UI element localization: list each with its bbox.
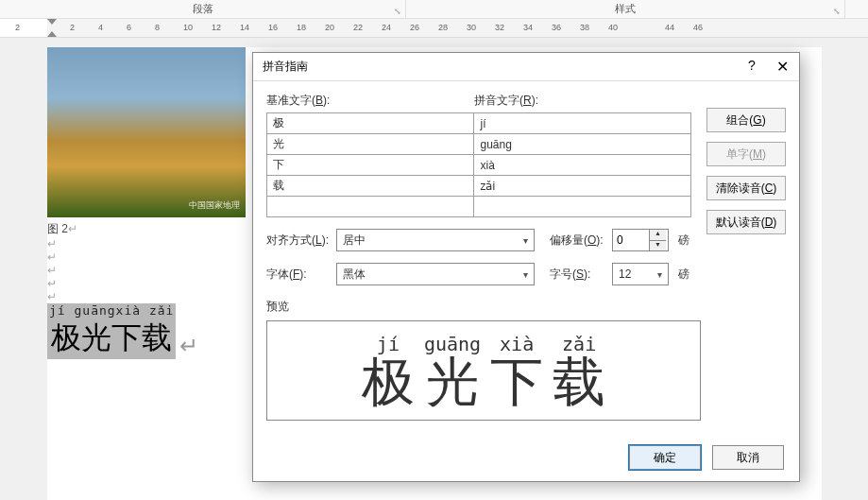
- chevron-down-icon: ▾: [523, 269, 528, 280]
- single-button[interactable]: 单字(M): [706, 142, 786, 166]
- dialog-launcher-icon[interactable]: ⤡: [833, 7, 842, 16]
- font-value: 黑体: [343, 267, 366, 283]
- ruler-tick: 20: [325, 23, 334, 32]
- ruler-tick: 46: [693, 23, 703, 32]
- base-text-cell[interactable]: 光: [267, 134, 474, 155]
- ruler-tick: 4: [98, 23, 103, 32]
- alignment-label: 对齐方式(L):: [266, 233, 331, 249]
- offset-input[interactable]: [613, 230, 649, 250]
- first-line-indent-marker[interactable]: [47, 19, 57, 25]
- base-text-cell[interactable]: 下: [267, 155, 474, 176]
- size-combo[interactable]: 12 ▾: [612, 263, 669, 285]
- horizontal-ruler[interactable]: 2 2 4 6 8 10 12 14 16 18 20 22 24 26 28 …: [0, 19, 868, 38]
- default-reading-button[interactable]: 默认读音(D): [706, 210, 786, 234]
- table-row: 下xià: [267, 155, 691, 176]
- dialog-titlebar[interactable]: 拼音指南 ? ✕: [253, 53, 799, 81]
- ribbon-group-styles: 样式 ⤡: [406, 0, 845, 18]
- ruler-tick: 18: [297, 23, 306, 32]
- ruler-tick: 2: [70, 23, 75, 32]
- image-caption: 图 2: [47, 222, 68, 235]
- ribbon-group-label: 段落: [193, 2, 213, 16]
- help-button[interactable]: ?: [742, 58, 761, 73]
- ruler-tick: 6: [127, 23, 131, 32]
- ruby-text-cell[interactable]: xià: [474, 155, 691, 176]
- ruler-tick: 2: [15, 23, 20, 32]
- table-row: 光guāng: [267, 134, 691, 155]
- preview-char: guāng光: [424, 333, 481, 408]
- font-label: 字体(F):: [266, 267, 331, 283]
- table-row: 极jí: [267, 113, 691, 134]
- base-text-header: 基准文字(B):: [266, 93, 474, 109]
- ruler-tick: 34: [523, 23, 533, 32]
- spin-down-icon[interactable]: ▼: [650, 241, 666, 251]
- base-text-cell[interactable]: [267, 197, 474, 217]
- font-combo[interactable]: 黑体 ▾: [336, 263, 535, 285]
- dialog-launcher-icon[interactable]: ⤡: [394, 7, 403, 16]
- base-text-cell[interactable]: 载: [267, 176, 474, 197]
- ribbon-group-paragraph: 段落 ⤡: [0, 0, 406, 18]
- ribbon-group-label: 样式: [615, 2, 636, 16]
- ruler-tick: 40: [608, 23, 618, 32]
- close-button[interactable]: ✕: [773, 58, 791, 76]
- ribbon-group-row: 段落 ⤡ 样式 ⤡: [0, 0, 868, 19]
- ruler-tick: 22: [353, 23, 363, 32]
- phonetic-guide-dialog: 拼音指南 ? ✕ 基准文字(B): 拼音文字(R): 极jí 光guāng 下x…: [252, 52, 800, 482]
- ruler-tick: 28: [438, 23, 448, 32]
- alignment-value: 居中: [343, 233, 366, 249]
- preview-char: xià下: [490, 333, 543, 408]
- offset-unit: 磅: [678, 233, 689, 249]
- table-row: [267, 197, 691, 217]
- offset-label: 偏移量(O):: [550, 233, 606, 249]
- combine-button[interactable]: 组合(G): [706, 108, 786, 132]
- ruler-tick: 26: [410, 23, 419, 32]
- paragraph-mark-icon: ↵: [179, 333, 198, 359]
- ok-button[interactable]: 确定: [629, 445, 701, 470]
- clear-reading-button[interactable]: 清除读音(C): [706, 176, 786, 200]
- ruler-tick: 32: [495, 23, 504, 32]
- preview-box: jí极 guāng光 xià下 zǎi载: [266, 320, 701, 421]
- image-watermark: 中国国家地理: [189, 199, 240, 212]
- ruby-text-cell[interactable]: jí: [474, 113, 691, 134]
- size-value: 12: [619, 267, 631, 281]
- alignment-combo[interactable]: 居中 ▾: [336, 229, 535, 251]
- ruby-reading: jí guāngxià zǎi: [47, 303, 176, 318]
- ruler-tick: 36: [552, 23, 561, 32]
- ruler-tick: 38: [580, 23, 589, 32]
- cancel-button[interactable]: 取消: [712, 445, 784, 470]
- ruler-tick: 30: [467, 23, 476, 32]
- preview-char: jí极: [362, 333, 415, 408]
- selected-ruby-text[interactable]: jí guāngxià zǎi 极光下载: [47, 303, 176, 359]
- preview-label: 预览: [266, 299, 786, 315]
- base-text-cell[interactable]: 极: [267, 113, 474, 134]
- ruby-base: 极光下载: [49, 318, 174, 359]
- hanging-indent-marker[interactable]: [47, 31, 57, 37]
- ruler-tick: 44: [665, 23, 674, 32]
- document-image[interactable]: 中国国家地理: [47, 47, 246, 217]
- dialog-title: 拼音指南: [263, 59, 308, 75]
- preview-char: zǎi载: [553, 333, 605, 408]
- ruby-text-cell[interactable]: zǎi: [474, 176, 691, 197]
- paragraph-mark-icon: ↵: [68, 222, 77, 235]
- chevron-down-icon: ▾: [523, 235, 528, 246]
- table-row: 载zǎi: [267, 176, 691, 197]
- ruler-tick: 10: [183, 23, 193, 32]
- ruler-tick: 16: [268, 23, 278, 32]
- ruler-tick: 12: [212, 23, 221, 32]
- size-label: 字号(S):: [550, 267, 606, 283]
- side-button-group: 组合(G) 单字(M) 清除读音(C) 默认读音(D): [706, 108, 786, 234]
- ruby-table: 极jí 光guāng 下xià 载zǎi: [266, 112, 691, 217]
- size-unit: 磅: [678, 267, 689, 283]
- ruler-tick: 8: [155, 23, 160, 32]
- ruler-tick: 14: [240, 23, 249, 32]
- spin-up-icon[interactable]: ▲: [650, 230, 666, 241]
- ruby-text-cell[interactable]: [474, 197, 691, 217]
- ruby-text-cell[interactable]: guāng: [474, 134, 691, 155]
- offset-spinner[interactable]: ▲▼: [612, 229, 669, 251]
- ruby-text-header: 拼音文字(R):: [474, 93, 682, 109]
- ruler-tick: 24: [382, 23, 391, 32]
- chevron-down-icon: ▾: [657, 269, 662, 280]
